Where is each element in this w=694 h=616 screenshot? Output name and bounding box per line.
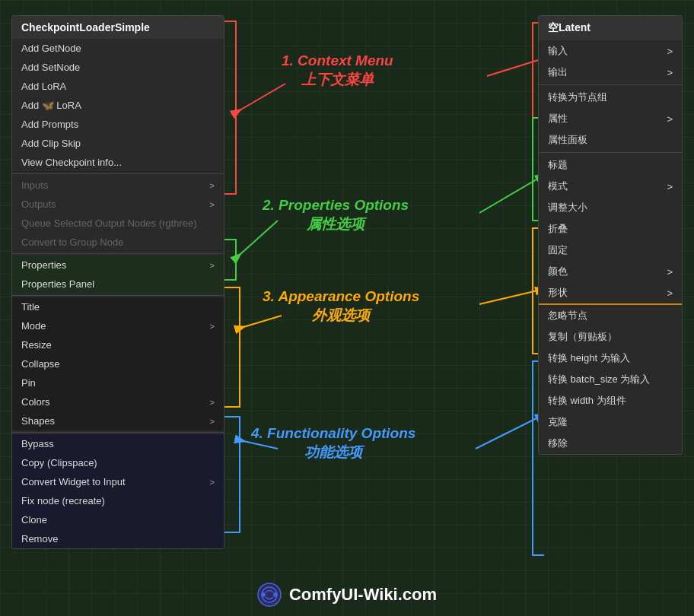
panel-item-collapse[interactable]: 折叠 bbox=[539, 218, 682, 240]
panel-item-copy[interactable]: 复制（剪贴板） bbox=[539, 326, 682, 348]
menu-item-add-getnode[interactable]: Add GetNode bbox=[12, 39, 224, 58]
panel-item-bypass-node[interactable]: 忽略节点 bbox=[539, 305, 682, 326]
panel-item-convert-group[interactable]: 转换为节点组 bbox=[539, 87, 682, 108]
separator-1 bbox=[12, 173, 224, 174]
menu-item-clone[interactable]: Clone bbox=[12, 510, 224, 529]
annotation-3: 3. Appearance Options 外观选项 bbox=[263, 287, 419, 325]
svg-line-5 bbox=[479, 289, 544, 304]
panel-item-output[interactable]: 输出> bbox=[539, 62, 682, 83]
panel-item-convert-width[interactable]: 转换 width 为组件 bbox=[539, 390, 682, 411]
panel-item-title[interactable]: 标题 bbox=[539, 154, 682, 176]
menu-item-add-setnode[interactable]: Add SetNode bbox=[12, 58, 224, 77]
menu-item-collapse[interactable]: Collapse bbox=[12, 354, 224, 373]
annotation-4: 4. Functionality Options 功能选项 bbox=[251, 424, 415, 462]
panel-sep-2 bbox=[539, 152, 682, 153]
panel-item-shapes[interactable]: 形状> bbox=[539, 282, 682, 303]
context-menu: CheckpointLoaderSimple Add GetNode Add S… bbox=[11, 15, 224, 549]
footer-text: ComfyUI-Wiki.com bbox=[289, 585, 437, 605]
menu-item-properties-panel[interactable]: Properties Panel bbox=[12, 275, 224, 294]
menu-header: CheckpointLoaderSimple bbox=[12, 16, 224, 39]
panel-item-resize[interactable]: 调整大小 bbox=[539, 197, 682, 218]
menu-item-view-checkpoint[interactable]: View Checkpoint info... bbox=[12, 153, 224, 172]
svg-point-11 bbox=[273, 592, 278, 597]
menu-item-title[interactable]: Title bbox=[12, 297, 224, 316]
panel-item-clone-right[interactable]: 克隆 bbox=[539, 411, 682, 433]
panel-item-mode[interactable]: 模式> bbox=[539, 176, 682, 197]
menu-item-properties[interactable]: Properties> bbox=[12, 256, 224, 275]
annotation-2: 2. Properties Options 属性选项 bbox=[263, 196, 409, 233]
svg-line-3 bbox=[479, 175, 544, 213]
svg-point-10 bbox=[261, 592, 266, 597]
panel-header: 空Latent bbox=[539, 16, 682, 40]
menu-item-inputs[interactable]: Inputs> bbox=[12, 176, 224, 195]
separator-3 bbox=[12, 295, 224, 296]
menu-item-add-prompts[interactable]: Add Prompts bbox=[12, 115, 224, 134]
panel-item-input[interactable]: 输入> bbox=[539, 40, 682, 62]
svg-line-0 bbox=[240, 84, 285, 110]
menu-item-copy-clipspace[interactable]: Copy (Clipspace) bbox=[12, 453, 224, 472]
menu-item-shapes[interactable]: Shapes> bbox=[12, 411, 224, 430]
svg-line-7 bbox=[476, 414, 544, 449]
menu-item-add-lora-butterfly[interactable]: Add 🦋 LoRA bbox=[12, 96, 224, 115]
panel-item-colors[interactable]: 颜色> bbox=[539, 261, 682, 282]
svg-line-6 bbox=[244, 441, 278, 449]
annotation-1: 1. Context Menu 上下文菜单 bbox=[282, 52, 393, 89]
panel-item-convert-height[interactable]: 转换 height 为输入 bbox=[539, 348, 682, 369]
svg-line-4 bbox=[244, 316, 282, 327]
menu-item-outputs[interactable]: Outputs> bbox=[12, 195, 224, 214]
menu-item-remove[interactable]: Remove bbox=[12, 529, 224, 548]
panel-item-pin[interactable]: 固定 bbox=[539, 240, 682, 261]
menu-item-queue-selected[interactable]: Queue Selected Output Nodes (rgthree) bbox=[12, 214, 224, 233]
menu-item-convert-group[interactable]: Convert to Group Node bbox=[12, 233, 224, 252]
panel-item-convert-batch[interactable]: 转换 batch_size 为输入 bbox=[539, 369, 682, 390]
separator-4 bbox=[12, 432, 224, 433]
panel-item-properties-panel[interactable]: 属性面板 bbox=[539, 129, 682, 151]
panel-item-remove-right[interactable]: 移除 bbox=[539, 433, 682, 454]
panel-item-properties[interactable]: 属性> bbox=[539, 108, 682, 129]
menu-item-convert-widget[interactable]: Convert Widget to Input> bbox=[12, 472, 224, 491]
comfyui-logo bbox=[257, 583, 282, 607]
svg-line-2 bbox=[240, 221, 278, 255]
menu-item-add-lora[interactable]: Add LoRA bbox=[12, 77, 224, 96]
menu-item-fix-node[interactable]: Fix node (recreate) bbox=[12, 491, 224, 510]
menu-item-resize[interactable]: Resize bbox=[12, 335, 224, 354]
footer: ComfyUI-Wiki.com bbox=[0, 583, 694, 607]
menu-item-pin[interactable]: Pin bbox=[12, 373, 224, 392]
menu-item-colors[interactable]: Colors> bbox=[12, 392, 224, 411]
menu-item-mode[interactable]: Mode> bbox=[12, 316, 224, 335]
menu-item-bypass[interactable]: Bypass bbox=[12, 434, 224, 453]
panel-sep-1 bbox=[539, 84, 682, 85]
menu-item-add-clip-skip[interactable]: Add Clip Skip bbox=[12, 134, 224, 153]
right-panel: 空Latent 输入> 输出> 转换为节点组 属性> 属性面板 标题 模式> 调… bbox=[538, 15, 683, 455]
separator-2 bbox=[12, 253, 224, 254]
